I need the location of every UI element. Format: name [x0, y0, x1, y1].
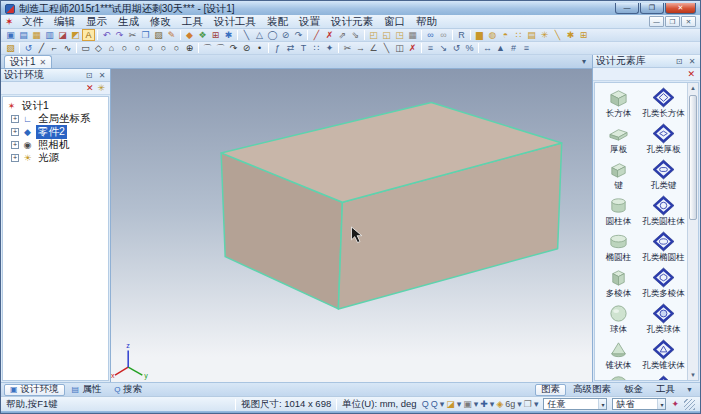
spline-icon[interactable]: ↺: [22, 42, 35, 54]
minimize-button[interactable]: —: [615, 3, 639, 14]
maximize-button[interactable]: ❐: [640, 3, 664, 14]
toolbar-overflow-icon[interactable]: ▾: [582, 57, 589, 68]
zoom-options-arrow-icon[interactable]: ▾: [440, 399, 445, 409]
view-mode-icon[interactable]: ▣: [463, 399, 472, 409]
mirror-icon[interactable]: ◫: [393, 42, 406, 54]
link-icon[interactable]: ∞: [424, 29, 437, 41]
copy-icon[interactable]: ❐: [139, 29, 152, 41]
text-tool-icon[interactable]: T: [297, 42, 310, 54]
rib-icon[interactable]: ▤: [525, 29, 538, 41]
menu-item[interactable]: 生成: [112, 15, 144, 29]
render-style-icon[interactable]: ◆: [183, 29, 196, 41]
rectangle-icon[interactable]: ▭: [79, 42, 92, 54]
window-select-icon[interactable]: ❐: [524, 399, 532, 409]
library-item[interactable]: 孔类键: [641, 157, 686, 193]
pin-icon[interactable]: ⊡: [84, 71, 94, 80]
arc-center-icon[interactable]: ⌒: [214, 42, 227, 54]
library-tab-工具[interactable]: 工具: [650, 384, 681, 396]
drag-state-icon[interactable]: ✦: [671, 399, 679, 409]
menu-item[interactable]: 帮助: [410, 15, 442, 29]
folder-check-icon[interactable]: ◳: [393, 29, 406, 41]
menu-item[interactable]: 设置: [293, 15, 325, 29]
library-item[interactable]: 孔类锥状体: [641, 337, 686, 373]
line-tool-icon[interactable]: ╱: [35, 42, 48, 54]
expand-icon[interactable]: +: [11, 128, 19, 136]
tab-搜索[interactable]: Q搜索: [108, 384, 148, 396]
library-tab-图素[interactable]: 图素: [535, 384, 566, 396]
expand-icon[interactable]: +: [11, 154, 19, 162]
style-combo[interactable]: 缺省 ▾: [612, 398, 666, 410]
menu-item[interactable]: 编辑: [48, 15, 80, 29]
arc-3d-icon[interactable]: ↷: [292, 29, 305, 41]
panel-close-icon[interactable]: ✕: [97, 71, 107, 80]
sweep-icon[interactable]: ∷: [512, 29, 525, 41]
revolve-icon[interactable]: ◍: [486, 29, 499, 41]
library-item[interactable]: 圆柱体: [596, 193, 641, 229]
library-item[interactable]: 孔类厚板: [641, 121, 686, 157]
circle-concentric-icon[interactable]: ○: [170, 42, 183, 54]
library-scrollbar[interactable]: ▲ ▼: [687, 83, 698, 380]
polygon-3d-icon[interactable]: △: [253, 29, 266, 41]
library-item[interactable]: 锥状体: [596, 337, 641, 373]
menu-item[interactable]: 工具: [176, 15, 208, 29]
orientation-arrow-icon[interactable]: ▾: [517, 399, 522, 409]
circle-tangent-icon[interactable]: ○: [157, 42, 170, 54]
cut-icon[interactable]: ✂: [126, 29, 139, 41]
library-close-icon[interactable]: ✕: [687, 57, 697, 66]
tree-item[interactable]: +☀光源: [11, 151, 108, 164]
library-item[interactable]: 键: [596, 157, 641, 193]
capture-icon[interactable]: ◩: [69, 29, 82, 41]
tree-root-row[interactable]: ✶设计1: [6, 99, 108, 112]
undo-icon[interactable]: ↶: [100, 29, 113, 41]
loft-icon[interactable]: ◓: [499, 29, 512, 41]
ellipse-icon[interactable]: ⊕: [183, 42, 196, 54]
circle-center-icon[interactable]: ○: [118, 42, 131, 54]
scroll-down-icon[interactable]: ▼: [688, 370, 698, 380]
folder-lock-icon[interactable]: ◰: [367, 29, 380, 41]
library-item[interactable]: 孔类长方体: [641, 85, 686, 121]
redo-icon[interactable]: ↷: [113, 29, 126, 41]
shell-icon[interactable]: ✱: [564, 29, 577, 41]
arc-3pt-icon[interactable]: ⌒: [201, 42, 214, 54]
library-item[interactable]: 孔类圆柱体: [641, 193, 686, 229]
library-item[interactable]: 圆环: [596, 373, 641, 381]
menu-item[interactable]: 显示: [80, 15, 112, 29]
remove-element-icon[interactable]: ✕: [687, 69, 695, 79]
pan-arrow-icon[interactable]: ▾: [490, 399, 495, 409]
view-mode-arrow-icon[interactable]: ▾: [474, 399, 479, 409]
trim-icon[interactable]: ✂: [341, 42, 354, 54]
circle-2pt-icon[interactable]: ○: [131, 42, 144, 54]
menu-item[interactable]: 装配: [261, 15, 293, 29]
label-icon[interactable]: ▲: [494, 42, 507, 54]
view-orientation-icon[interactable]: 6g: [505, 399, 515, 409]
record-macro-icon[interactable]: R: [455, 29, 468, 41]
unlink-icon[interactable]: ∞: [437, 29, 450, 41]
menu-item[interactable]: 文件: [16, 15, 48, 29]
expand-icon[interactable]: +: [11, 141, 19, 149]
tab-设计环境[interactable]: ▣设计环境: [4, 384, 65, 396]
combo-arrow-icon[interactable]: ▾: [598, 399, 606, 409]
mdi-minimize-button[interactable]: —: [649, 16, 664, 27]
library-item[interactable]: 孔类圆环: [641, 373, 686, 381]
library-item[interactable]: 球体: [596, 301, 641, 337]
table-edit-icon[interactable]: ▦: [406, 29, 419, 41]
boolean-icon[interactable]: ⊞: [577, 29, 590, 41]
menu-item[interactable]: 修改: [144, 15, 176, 29]
circle-3pt-icon[interactable]: ○: [144, 42, 157, 54]
library-item[interactable]: 孔类椭圆柱: [641, 229, 686, 265]
clear-tree-icon[interactable]: ✕: [86, 83, 94, 93]
scroll-up-icon[interactable]: ▲: [688, 83, 698, 93]
grid-display-icon[interactable]: ⊞: [209, 29, 222, 41]
viewport-3d[interactable]: xyz: [111, 69, 592, 382]
import-icon[interactable]: ◪: [56, 29, 69, 41]
snap-combo[interactable]: 任意 ▾: [543, 398, 607, 410]
hatch-icon[interactable]: #: [507, 42, 520, 54]
move-curve-icon[interactable]: ↘: [437, 42, 450, 54]
tree-item[interactable]: +∟全局坐标系: [11, 112, 108, 125]
zoom-out-icon[interactable]: Q: [431, 399, 438, 409]
library-item[interactable]: 椭圆柱: [596, 229, 641, 265]
library-item[interactable]: 孔类多棱体: [641, 265, 686, 301]
arc-tangent-icon[interactable]: ↷: [227, 42, 240, 54]
tab-close-icon[interactable]: ✕: [40, 58, 47, 67]
mdi-close-button[interactable]: ✕: [681, 16, 696, 27]
